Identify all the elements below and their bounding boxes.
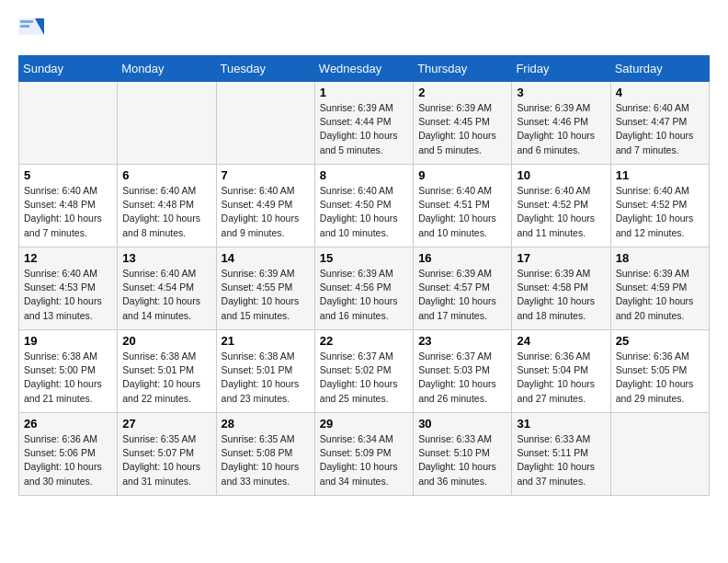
calendar-cell: 20Sunrise: 6:38 AM Sunset: 5:01 PM Dayli…	[118, 330, 216, 413]
day-info: Sunrise: 6:40 AM Sunset: 4:52 PM Dayligh…	[616, 184, 704, 240]
calendar-cell: 18Sunrise: 6:39 AM Sunset: 4:59 PM Dayli…	[610, 247, 709, 330]
day-info: Sunrise: 6:33 AM Sunset: 5:11 PM Dayligh…	[517, 432, 605, 488]
day-info: Sunrise: 6:40 AM Sunset: 4:53 PM Dayligh…	[24, 267, 112, 323]
calendar-cell: 5Sunrise: 6:40 AM Sunset: 4:48 PM Daylig…	[19, 165, 118, 247]
calendar-cell: 21Sunrise: 6:38 AM Sunset: 5:01 PM Dayli…	[216, 330, 314, 413]
day-number: 29	[320, 417, 408, 431]
day-info: Sunrise: 6:40 AM Sunset: 4:47 PM Dayligh…	[616, 101, 704, 157]
calendar-week-1: 1Sunrise: 6:39 AM Sunset: 4:44 PM Daylig…	[19, 82, 710, 165]
weekday-header-tuesday: Tuesday	[216, 56, 314, 82]
day-info: Sunrise: 6:33 AM Sunset: 5:10 PM Dayligh…	[418, 432, 506, 488]
day-info: Sunrise: 6:39 AM Sunset: 4:44 PM Dayligh…	[320, 101, 408, 157]
calendar-cell: 29Sunrise: 6:34 AM Sunset: 5:09 PM Dayli…	[314, 413, 413, 496]
calendar-cell: 30Sunrise: 6:33 AM Sunset: 5:10 PM Dayli…	[414, 413, 512, 496]
calendar-cell: 1Sunrise: 6:39 AM Sunset: 4:44 PM Daylig…	[314, 82, 413, 165]
calendar-cell: 14Sunrise: 6:39 AM Sunset: 4:55 PM Dayli…	[216, 247, 314, 330]
day-info: Sunrise: 6:38 AM Sunset: 5:01 PM Dayligh…	[222, 350, 310, 406]
day-info: Sunrise: 6:39 AM Sunset: 4:58 PM Dayligh…	[517, 267, 605, 323]
day-info: Sunrise: 6:37 AM Sunset: 5:02 PM Dayligh…	[320, 350, 408, 406]
day-number: 14	[222, 251, 310, 265]
calendar-header-row: SundayMondayTuesdayWednesdayThursdayFrid…	[19, 56, 710, 82]
weekday-header-thursday: Thursday	[414, 56, 512, 82]
day-info: Sunrise: 6:38 AM Sunset: 5:01 PM Dayligh…	[122, 350, 210, 406]
day-number: 24	[517, 334, 605, 348]
day-number: 20	[122, 334, 210, 348]
day-number: 30	[418, 417, 506, 431]
day-number: 11	[616, 168, 704, 182]
day-info: Sunrise: 6:40 AM Sunset: 4:52 PM Dayligh…	[517, 184, 605, 240]
day-info: Sunrise: 6:40 AM Sunset: 4:50 PM Dayligh…	[320, 184, 408, 240]
day-number: 25	[616, 334, 704, 348]
svg-rect-3	[20, 25, 29, 28]
calendar-cell: 2Sunrise: 6:39 AM Sunset: 4:45 PM Daylig…	[414, 82, 512, 165]
day-info: Sunrise: 6:39 AM Sunset: 4:59 PM Dayligh…	[616, 267, 704, 323]
day-info: Sunrise: 6:39 AM Sunset: 4:57 PM Dayligh…	[418, 267, 506, 323]
logo	[18, 18, 50, 40]
calendar-cell	[216, 82, 314, 165]
calendar-cell: 28Sunrise: 6:35 AM Sunset: 5:08 PM Dayli…	[216, 413, 314, 496]
day-number: 8	[320, 168, 408, 182]
calendar-cell: 17Sunrise: 6:39 AM Sunset: 4:58 PM Dayli…	[512, 247, 610, 330]
day-info: Sunrise: 6:40 AM Sunset: 4:51 PM Dayligh…	[418, 184, 506, 240]
weekday-header-sunday: Sunday	[19, 56, 118, 82]
day-info: Sunrise: 6:40 AM Sunset: 4:49 PM Dayligh…	[222, 184, 310, 240]
weekday-header-monday: Monday	[118, 56, 216, 82]
day-info: Sunrise: 6:40 AM Sunset: 4:48 PM Dayligh…	[24, 184, 112, 240]
calendar-cell: 16Sunrise: 6:39 AM Sunset: 4:57 PM Dayli…	[414, 247, 512, 330]
calendar-cell	[19, 82, 118, 165]
day-info: Sunrise: 6:40 AM Sunset: 4:48 PM Dayligh…	[122, 184, 210, 240]
day-number: 5	[24, 168, 112, 182]
day-info: Sunrise: 6:38 AM Sunset: 5:00 PM Dayligh…	[24, 350, 112, 406]
day-number: 26	[24, 417, 112, 431]
calendar-cell: 23Sunrise: 6:37 AM Sunset: 5:03 PM Dayli…	[414, 330, 512, 413]
calendar-cell: 19Sunrise: 6:38 AM Sunset: 5:00 PM Dayli…	[19, 330, 118, 413]
day-info: Sunrise: 6:39 AM Sunset: 4:55 PM Dayligh…	[222, 267, 310, 323]
day-info: Sunrise: 6:37 AM Sunset: 5:03 PM Dayligh…	[418, 350, 506, 406]
day-number: 21	[222, 334, 310, 348]
calendar-cell: 9Sunrise: 6:40 AM Sunset: 4:51 PM Daylig…	[414, 165, 512, 247]
day-number: 4	[616, 86, 704, 99]
calendar-cell: 13Sunrise: 6:40 AM Sunset: 4:54 PM Dayli…	[118, 247, 216, 330]
day-number: 19	[24, 334, 112, 348]
calendar-cell: 22Sunrise: 6:37 AM Sunset: 5:02 PM Dayli…	[314, 330, 413, 413]
calendar-cell: 10Sunrise: 6:40 AM Sunset: 4:52 PM Dayli…	[512, 165, 610, 247]
day-number: 16	[418, 251, 506, 265]
day-info: Sunrise: 6:40 AM Sunset: 4:54 PM Dayligh…	[122, 267, 210, 323]
day-number: 13	[122, 251, 210, 265]
calendar-cell: 25Sunrise: 6:36 AM Sunset: 5:05 PM Dayli…	[610, 330, 709, 413]
day-info: Sunrise: 6:36 AM Sunset: 5:05 PM Dayligh…	[616, 350, 704, 406]
calendar-cell: 4Sunrise: 6:40 AM Sunset: 4:47 PM Daylig…	[610, 82, 709, 165]
day-number: 31	[517, 417, 605, 431]
day-number: 2	[418, 86, 506, 99]
calendar-cell: 31Sunrise: 6:33 AM Sunset: 5:11 PM Dayli…	[512, 413, 610, 496]
calendar-cell: 3Sunrise: 6:39 AM Sunset: 4:46 PM Daylig…	[512, 82, 610, 165]
calendar-cell: 15Sunrise: 6:39 AM Sunset: 4:56 PM Dayli…	[314, 247, 413, 330]
calendar-table: SundayMondayTuesdayWednesdayThursdayFrid…	[18, 55, 710, 496]
day-number: 10	[517, 168, 605, 182]
day-number: 7	[222, 168, 310, 182]
day-info: Sunrise: 6:39 AM Sunset: 4:46 PM Dayligh…	[517, 101, 605, 157]
calendar-cell: 8Sunrise: 6:40 AM Sunset: 4:50 PM Daylig…	[314, 165, 413, 247]
day-number: 6	[122, 168, 210, 182]
calendar-cell	[118, 82, 216, 165]
day-number: 28	[222, 417, 310, 431]
svg-rect-2	[20, 20, 33, 23]
day-info: Sunrise: 6:34 AM Sunset: 5:09 PM Dayligh…	[320, 432, 408, 488]
day-number: 22	[320, 334, 408, 348]
calendar-week-5: 26Sunrise: 6:36 AM Sunset: 5:06 PM Dayli…	[19, 413, 710, 496]
logo-icon	[18, 18, 46, 40]
day-info: Sunrise: 6:39 AM Sunset: 4:56 PM Dayligh…	[320, 267, 408, 323]
calendar-week-4: 19Sunrise: 6:38 AM Sunset: 5:00 PM Dayli…	[19, 330, 710, 413]
calendar-cell	[610, 413, 709, 496]
day-number: 18	[616, 251, 704, 265]
calendar-cell: 11Sunrise: 6:40 AM Sunset: 4:52 PM Dayli…	[610, 165, 709, 247]
calendar-cell: 6Sunrise: 6:40 AM Sunset: 4:48 PM Daylig…	[118, 165, 216, 247]
page-header	[18, 18, 710, 40]
calendar-cell: 12Sunrise: 6:40 AM Sunset: 4:53 PM Dayli…	[19, 247, 118, 330]
day-info: Sunrise: 6:36 AM Sunset: 5:06 PM Dayligh…	[24, 432, 112, 488]
calendar-cell: 24Sunrise: 6:36 AM Sunset: 5:04 PM Dayli…	[512, 330, 610, 413]
day-info: Sunrise: 6:36 AM Sunset: 5:04 PM Dayligh…	[517, 350, 605, 406]
day-number: 23	[418, 334, 506, 348]
day-number: 1	[320, 86, 408, 99]
calendar-week-2: 5Sunrise: 6:40 AM Sunset: 4:48 PM Daylig…	[19, 165, 710, 247]
